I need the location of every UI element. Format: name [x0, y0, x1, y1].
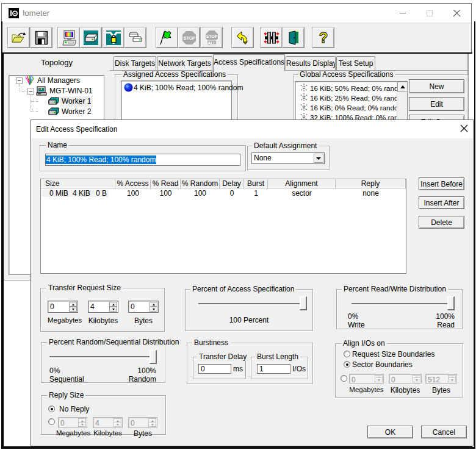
svg-text:?: ? [319, 30, 328, 46]
svg-text:STOP: STOP [206, 34, 218, 38]
svg-text:STOP: STOP [183, 35, 196, 41]
svg-text:ALL: ALL [207, 41, 216, 45]
